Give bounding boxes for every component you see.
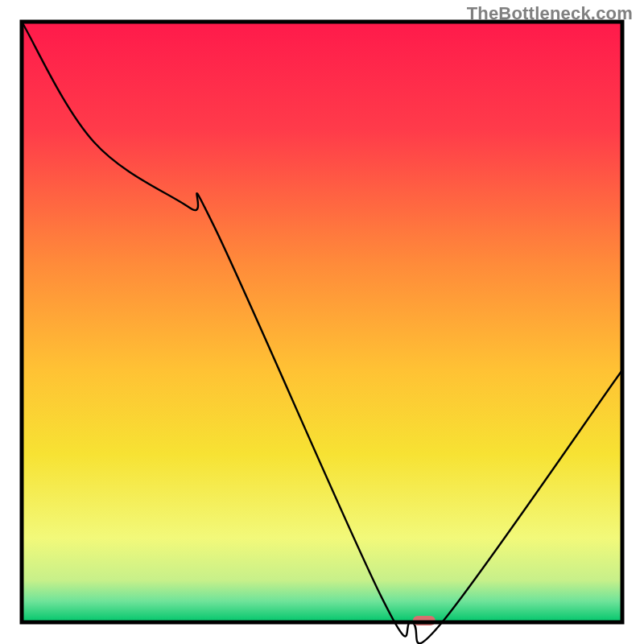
bottleneck-chart <box>0 0 644 644</box>
plot-background <box>22 22 622 622</box>
chart-container: TheBottleneck.com <box>0 0 644 644</box>
watermark-text: TheBottleneck.com <box>467 3 633 24</box>
